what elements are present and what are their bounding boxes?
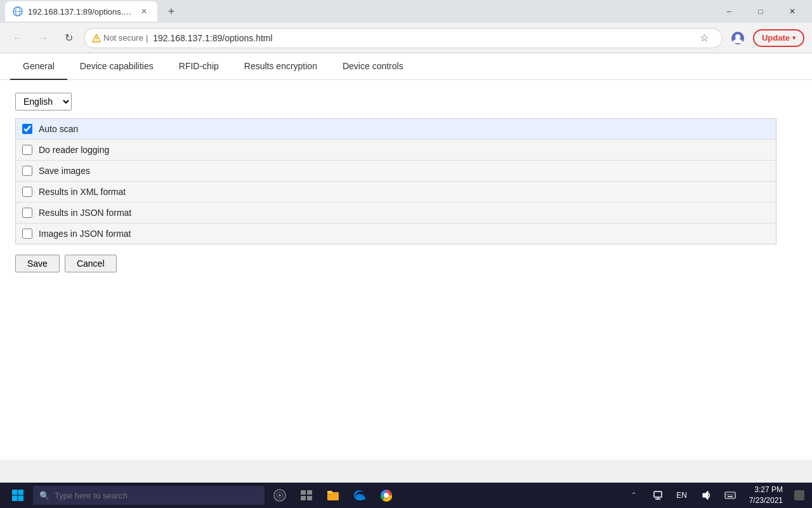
cortana-icon: [273, 488, 287, 502]
taskbar-search-input[interactable]: [55, 491, 258, 500]
new-tab-button[interactable]: +: [162, 3, 180, 20]
option-label-do-reader-logging: Do reader logging: [39, 145, 109, 155]
svg-rect-10: [18, 496, 24, 502]
url-text: 192.168.137.1:89/options.html: [153, 33, 689, 43]
browser-titlebar: 192.168.137.1:89/options.html ✕ + – □ ✕: [0, 0, 812, 23]
taskbar: 🔍: [0, 483, 812, 508]
svg-point-13: [278, 494, 281, 497]
action-buttons: Save Cancel: [15, 255, 797, 272]
tab-favicon-icon: [13, 6, 23, 17]
svg-point-22: [384, 493, 388, 497]
option-label-results-json: Results in JSON format: [39, 208, 131, 218]
tray-keyboard-icon[interactable]: [720, 483, 740, 508]
language-select[interactable]: English German French Spanish: [15, 93, 72, 110]
clock-date: 7/23/2021: [749, 495, 783, 506]
clock-time: 3:27 PM: [749, 485, 783, 495]
tab-device-capabilities[interactable]: Device capabilities: [67, 53, 166, 80]
system-tray: ⌃ EN 3:27 PM: [624, 483, 807, 508]
option-label-results-xml: Results in XML format: [39, 187, 126, 197]
option-results-xml: Results in XML format: [16, 182, 776, 203]
svg-marker-26: [703, 491, 708, 500]
page-tabs: General Device capabilities RFID-chip Re…: [0, 53, 812, 80]
checkbox-auto-scan[interactable]: [22, 124, 32, 134]
close-button[interactable]: ✕: [778, 0, 807, 23]
taskbar-apps: [267, 483, 399, 508]
form-area: English German French Spanish Auto scan …: [0, 80, 812, 285]
maximize-button[interactable]: □: [746, 0, 775, 23]
tray-network-icon[interactable]: [648, 483, 668, 508]
notification-button[interactable]: [792, 483, 807, 508]
taskbar-app-taskview[interactable]: [294, 483, 319, 508]
file-explorer-icon: [326, 488, 340, 502]
taskbar-app-chrome[interactable]: [374, 483, 399, 508]
checkbox-do-reader-logging[interactable]: [22, 145, 32, 155]
option-auto-scan: Auto scan: [16, 119, 776, 140]
edge-icon: [353, 488, 367, 502]
profile-button[interactable]: [728, 28, 748, 48]
taskbar-search-bar[interactable]: 🔍: [33, 486, 265, 505]
window-controls: – □ ✕: [714, 0, 807, 23]
tab-device-controls[interactable]: Device controls: [330, 53, 416, 80]
option-label-save-images: Save images: [39, 166, 90, 176]
options-table: Auto scan Do reader logging Save images …: [15, 118, 776, 244]
svg-rect-14: [301, 490, 306, 495]
keyboard-icon: [724, 490, 736, 501]
notification-icon: [794, 490, 804, 500]
warning-icon: [92, 34, 101, 43]
browser-tab-active[interactable]: 192.168.137.1:89/options.html ✕: [5, 1, 157, 22]
save-button[interactable]: Save: [15, 255, 60, 272]
taskbar-app-files[interactable]: [320, 483, 346, 508]
taskbar-app-cortana[interactable]: [267, 483, 292, 508]
windows-logo-icon: [11, 489, 24, 502]
taskbar-app-edge[interactable]: [347, 483, 372, 508]
chrome-icon: [379, 488, 393, 502]
tab-close-button[interactable]: ✕: [138, 6, 150, 17]
svg-rect-19: [327, 491, 332, 493]
svg-rect-27: [725, 492, 735, 498]
tray-volume-icon[interactable]: [696, 483, 716, 508]
tab-general[interactable]: General: [10, 53, 67, 80]
back-button[interactable]: ←: [8, 28, 28, 48]
option-results-json: Results in JSON format: [16, 203, 776, 224]
checkbox-results-xml[interactable]: [22, 187, 32, 197]
svg-rect-23: [654, 491, 662, 497]
tray-up-arrow[interactable]: ⌃: [624, 483, 644, 508]
svg-point-6: [735, 34, 740, 39]
update-menu-icon: ▾: [792, 34, 796, 41]
svg-rect-17: [307, 496, 312, 500]
reload-button[interactable]: ↻: [58, 28, 79, 48]
network-icon: [652, 490, 664, 501]
option-do-reader-logging: Do reader logging: [16, 140, 776, 161]
checkbox-images-json[interactable]: [22, 229, 32, 239]
svg-rect-8: [18, 490, 24, 495]
option-images-json: Images in JSON format: [16, 224, 776, 244]
address-bar: ← → ↻ Not secure | 192.168.137.1:89/opti…: [0, 23, 812, 53]
system-clock[interactable]: 3:27 PM 7/23/2021: [744, 485, 788, 506]
taskbar-search-icon: 🔍: [39, 491, 49, 500]
language-select-row: English German French Spanish: [15, 93, 797, 110]
svg-rect-33: [794, 490, 804, 500]
forward-button[interactable]: →: [33, 28, 53, 48]
bookmark-button[interactable]: ☆: [694, 28, 714, 48]
tab-results-encryption[interactable]: Results encryption: [232, 53, 330, 80]
task-view-icon: [299, 488, 313, 502]
cancel-button[interactable]: Cancel: [65, 255, 117, 272]
checkbox-save-images[interactable]: [22, 166, 32, 176]
option-save-images: Save images: [16, 161, 776, 182]
svg-rect-16: [301, 496, 306, 500]
option-label-auto-scan: Auto scan: [39, 124, 78, 134]
minimize-button[interactable]: –: [714, 0, 743, 23]
svg-point-4: [96, 40, 96, 41]
security-warning: Not secure |: [92, 33, 148, 43]
url-bar[interactable]: Not secure | 192.168.137.1:89/options.ht…: [84, 28, 723, 48]
svg-rect-7: [12, 490, 18, 495]
option-label-images-json: Images in JSON format: [39, 229, 131, 239]
svg-rect-9: [12, 496, 18, 502]
tab-rfid-chip[interactable]: RFID-chip: [166, 53, 232, 80]
page-content: General Device capabilities RFID-chip Re…: [0, 53, 812, 460]
checkbox-results-json[interactable]: [22, 208, 32, 218]
start-button[interactable]: [5, 483, 30, 508]
volume-icon: [700, 490, 712, 501]
tray-language-icon[interactable]: EN: [672, 483, 692, 508]
update-button[interactable]: Update ▾: [753, 29, 804, 47]
